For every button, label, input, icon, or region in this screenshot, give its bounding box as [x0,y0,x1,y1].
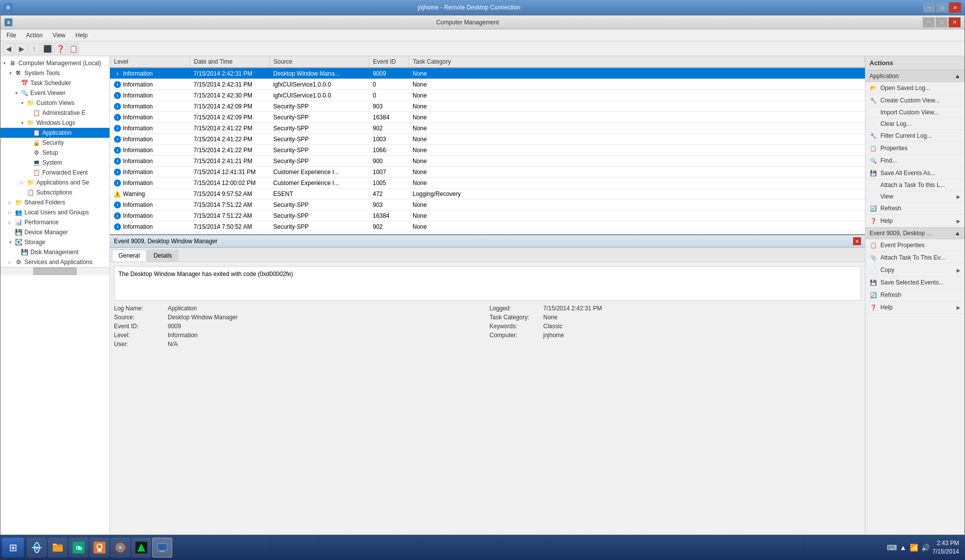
tree-disk-management[interactable]: 💾 Disk Management [0,247,109,257]
action-view[interactable]: View ▶ [865,191,965,202]
tree-shared-folders[interactable]: ▷ 📁 Shared Folders [0,197,109,207]
action-import-custom-view[interactable]: Import Custom View... [865,107,965,118]
table-row[interactable]: iInformation 7/15/2014 2:42:09 PM Securi… [110,112,865,123]
rdp-maximize-button[interactable]: □ [936,2,948,12]
table-row[interactable]: iInformation 7/15/2014 2:41:22 PM Securi… [110,134,865,145]
action-save-all-events[interactable]: 💾 Save All Events As... [865,167,965,180]
menu-action[interactable]: Action [22,31,46,40]
col-eventid[interactable]: Event ID [369,56,409,68]
table-row[interactable]: iInformation 7/15/2014 7:51:22 AM Securi… [110,199,865,210]
keyboard-icon[interactable]: ⌨ [887,544,897,552]
col-source[interactable]: Source [269,56,369,68]
tree-storage[interactable]: ▼ 💽 Storage [0,237,109,247]
show-hide-button[interactable]: ⬛ [41,43,53,55]
cell-category: None [409,178,865,188]
menu-file[interactable]: File [2,31,20,40]
event-detail-close-button[interactable]: ✕ [853,237,861,245]
arrow-up-icon[interactable]: ▲ [900,544,907,552]
tree-local-users[interactable]: ▷ 👥 Local Users and Groups [0,207,109,217]
table-row[interactable]: iInformation 7/15/2014 2:41:22 PM Securi… [110,123,865,134]
tree-system[interactable]: 💻 System [0,158,109,168]
tab-general[interactable]: General [112,250,146,262]
table-row[interactable]: iInformation 7/15/2014 7:51:22 AM Securi… [110,210,865,221]
tree-setup[interactable]: ⚙ Setup [0,148,109,158]
tree-admin-events[interactable]: 📋 Administrative E [0,108,109,118]
back-button[interactable]: ◀ [2,43,14,55]
up-button[interactable]: ↑ [28,43,40,55]
table-row[interactable]: iInformation 7/15/2014 2:42:31 PM igfxCU… [110,79,865,90]
action-filter-log[interactable]: 🔧 Filter Current Log... [865,130,965,142]
action-refresh-app[interactable]: 🔄 Refresh [865,202,965,215]
tree-device-manager[interactable]: 💾 Device Manager [0,227,109,237]
tree-system-tools[interactable]: ▼ 🛠 System Tools [0,68,109,78]
properties-button[interactable]: 📋 [67,43,79,55]
tree-apps-services[interactable]: ▷ 📁 Applications and Se [0,178,109,187]
menu-view[interactable]: View [49,31,70,40]
action-attach-task[interactable]: Attach a Task To this L... [865,180,965,191]
action-find[interactable]: 🔍 Find... [865,155,965,167]
tree-application[interactable]: 📋 Application [0,128,109,138]
taskbar-lock-icon[interactable] [90,538,109,558]
menu-help[interactable]: Help [72,31,92,40]
table-row[interactable]: iInformation 7/15/2014 2:42:30 PM igfxCU… [110,90,865,101]
action-help-app[interactable]: ❓ Help ▶ [865,215,965,227]
table-row[interactable]: iInformation 7/15/2014 2:41:22 PM Securi… [110,145,865,156]
col-datetime[interactable]: Date and Time [190,56,269,68]
cell-eventid: 902 [369,123,409,134]
value-event-id: 9009 [168,323,486,330]
col-level[interactable]: Level [110,56,190,68]
forward-button[interactable]: ▶ [15,43,27,55]
action-clear-log[interactable]: Clear Log... [865,118,965,130]
refresh-app-icon: 🔄 [869,204,877,212]
action-event-properties[interactable]: 📋 Event Properties [865,239,965,252]
table-row[interactable]: iInformation 7/15/2014 2:41:21 PM Securi… [110,156,865,167]
tree-root[interactable]: ▼ 🖥 Computer Management (Local) [0,58,109,68]
table-row[interactable]: iInformation 7/15/2014 12:00:02 PM Custo… [110,178,865,188]
cm-maximize-button[interactable]: □ [936,17,948,27]
tree-task-scheduler[interactable]: 📅 Task Scheduler [0,78,109,88]
action-help-event[interactable]: ❓ Help ▶ [865,301,965,314]
taskbar-explorer-icon[interactable] [48,538,68,558]
tree-event-viewer[interactable]: ▼ 🔍 Event Viewer [0,88,109,98]
start-button[interactable]: ⊞ [2,538,24,558]
taskbar-app2-icon[interactable] [131,538,151,558]
tree-scrollbar[interactable] [0,267,109,275]
tree-services-apps[interactable]: ▷ ⚙ Services and Applications [0,257,109,267]
taskbar-cm-icon[interactable] [152,538,172,558]
tree-custom-views[interactable]: ▼ 📁 Custom Views [0,98,109,108]
action-open-saved-log[interactable]: 📂 Open Saved Log... [865,82,965,94]
table-row[interactable]: iInformation 7/15/2014 2:42:09 PM Securi… [110,101,865,112]
table-row[interactable]: iInformation 7/15/2014 7:50:52 AM Securi… [110,221,865,232]
tree-security[interactable]: 🔒 Security [0,138,109,148]
table-row[interactable]: iInformation 7/15/2014 2:42:31 PM Deskto… [110,68,865,79]
tree-subscriptions[interactable]: 📋 Subscriptions [0,187,109,197]
action-refresh-event[interactable]: 🔄 Refresh [865,289,965,301]
taskbar-ie-icon[interactable]: e [27,538,47,558]
table-row[interactable]: !Warning 7/15/2014 9:57:52 AM ESENT 472 … [110,188,865,199]
taskbar-firefox-icon[interactable] [110,538,130,558]
taskbar-store-icon[interactable]: 🛍 [69,538,89,558]
cm-close-button[interactable]: ✕ [949,17,961,27]
cell-source: Security-SPP [269,134,369,145]
table-row[interactable]: iInformation 7/15/2014 7:50:52 AM Securi… [110,232,865,236]
action-create-custom-view[interactable]: 🔧 Create Custom View... [865,94,965,107]
tab-details[interactable]: Details [147,250,179,262]
table-row[interactable]: iInformation 7/15/2014 12:41:31 PM Custo… [110,167,865,178]
tree-forwarded[interactable]: 📋 Forwarded Event [0,168,109,178]
view-arrow-icon: ▶ [957,194,961,199]
event-table-scroll[interactable]: Level Date and Time Source Event ID Task… [110,56,865,235]
action-attach-task-event[interactable]: 📎 Attach Task To This Ev... [865,252,965,264]
cell-eventid: 472 [369,188,409,199]
col-category[interactable]: Task Category [409,56,865,68]
action-properties[interactable]: 📋 Properties [865,142,965,155]
tree-windows-logs[interactable]: ▼ 📁 Windows Logs [0,118,109,128]
volume-icon[interactable]: 🔊 [921,544,930,552]
action-copy[interactable]: 📄 Copy ▶ [865,264,965,277]
action-save-selected[interactable]: 💾 Save Selected Events... [865,277,965,289]
rdp-close-button[interactable]: ✕ [949,2,961,12]
network-icon[interactable]: 📶 [910,544,918,552]
tree-performance[interactable]: ▷ 📊 Performance [0,217,109,227]
rdp-minimize-button[interactable]: ─ [923,2,935,12]
cm-minimize-button[interactable]: ─ [923,17,935,27]
help-button[interactable]: ❓ [54,43,66,55]
